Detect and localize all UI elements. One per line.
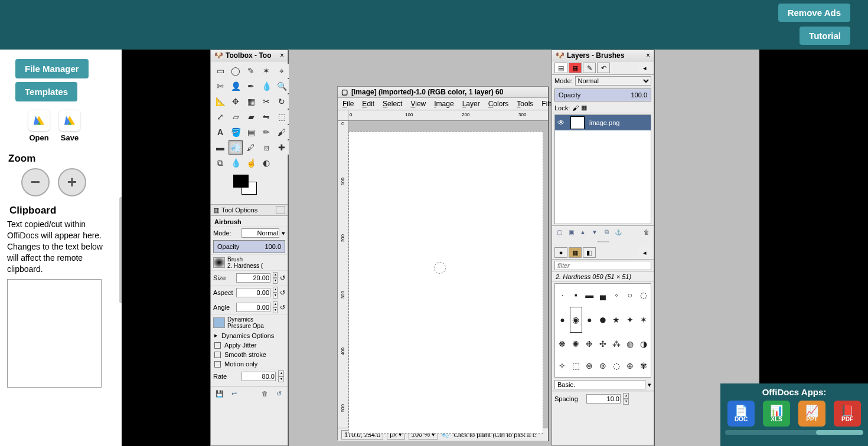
delete-layer-icon[interactable]: 🗑 bbox=[642, 228, 651, 236]
tab-menu-icon[interactable]: ◂ bbox=[638, 247, 651, 258]
brush-item[interactable]: ❋ bbox=[556, 334, 569, 355]
layer-list[interactable]: 👁 image.png bbox=[554, 114, 651, 224]
brush-item[interactable]: ✣ bbox=[597, 334, 609, 355]
menu-edit[interactable]: Edit bbox=[362, 100, 374, 108]
perspective-tool[interactable]: ▰ bbox=[244, 110, 258, 124]
eraser-tool[interactable]: ▬ bbox=[213, 140, 227, 155]
foreground-tool[interactable]: 👤 bbox=[229, 79, 243, 93]
smooth-stroke-row[interactable]: Smooth stroke bbox=[211, 350, 288, 359]
brush-item[interactable]: ⬚ bbox=[570, 356, 582, 376]
checkbox-icon[interactable] bbox=[214, 361, 221, 368]
crop-tool[interactable]: ✂ bbox=[259, 94, 273, 109]
layers-title-bar[interactable]: 🐶 Layers - Brushes × bbox=[552, 50, 654, 61]
zoom-tool[interactable]: 🔍 bbox=[275, 79, 289, 93]
layer-name[interactable]: image.png bbox=[589, 119, 619, 126]
tab-paths[interactable]: ✎ bbox=[583, 63, 596, 73]
options-menu-icon[interactable] bbox=[276, 206, 285, 214]
free-select-tool[interactable]: ✎ bbox=[244, 64, 258, 78]
reset-icon[interactable]: ↺ bbox=[280, 289, 285, 297]
reset-preset-icon[interactable]: ↺ bbox=[273, 389, 284, 398]
rate-stepper[interactable]: ▴▾ bbox=[278, 370, 284, 382]
brush-item[interactable]: ● bbox=[556, 307, 569, 333]
menu-view[interactable]: View bbox=[410, 100, 426, 108]
clone-tool[interactable]: ⧇ bbox=[259, 140, 273, 155]
apps-scrollbar[interactable] bbox=[725, 430, 863, 435]
vertical-ruler[interactable]: 0 100 200 300 400 500 bbox=[338, 121, 348, 428]
brush-item[interactable]: ○ bbox=[624, 285, 636, 306]
shear-tool[interactable]: ▱ bbox=[229, 110, 243, 124]
move-tool[interactable]: ✥ bbox=[229, 94, 243, 109]
color-swatches[interactable] bbox=[233, 175, 288, 202]
image-title-bar[interactable]: ▢ [image] (imported)-1.0 (RGB color, 1 l… bbox=[338, 87, 548, 98]
brush-item[interactable]: ❉ bbox=[583, 334, 596, 355]
scissors-tool[interactable]: ✄ bbox=[213, 79, 227, 93]
dropdown-icon[interactable]: ▾ bbox=[648, 381, 651, 389]
color-picker-tool[interactable]: 💧 bbox=[259, 79, 273, 93]
brush-item[interactable]: ▄ bbox=[597, 285, 609, 306]
reset-icon[interactable]: ↺ bbox=[280, 274, 285, 282]
brush-item[interactable]: ✾ bbox=[637, 356, 650, 376]
app-doc[interactable]: 📄DOC bbox=[727, 401, 755, 427]
brush-item[interactable]: ⁂ bbox=[610, 334, 622, 355]
app-xls[interactable]: 📊XLS bbox=[763, 401, 790, 427]
perspective-clone-tool[interactable]: ⧉ bbox=[213, 156, 227, 170]
tab-menu-icon[interactable]: ◂ bbox=[638, 63, 651, 73]
dynamics-options-expand[interactable]: ▸ Dynamics Options bbox=[211, 330, 288, 340]
ruler-origin[interactable] bbox=[338, 110, 348, 121]
reset-icon[interactable]: ↺ bbox=[280, 304, 285, 311]
brush-item[interactable]: ◍ bbox=[624, 334, 636, 355]
ink-tool[interactable]: 🖊 bbox=[244, 140, 258, 155]
zoom-out-button[interactable]: − bbox=[21, 168, 50, 196]
motion-only-row[interactable]: Motion only bbox=[211, 359, 288, 369]
blend-tool[interactable]: ▤ bbox=[244, 125, 258, 139]
brush-grid[interactable]: · ▪ ▬ ▄ ◦ ○ ◌ ● ◉ ● ● ★ ✦ ✶ ❋ bbox=[554, 283, 651, 378]
flip-tool[interactable]: ⇋ bbox=[259, 110, 273, 124]
brush-item[interactable]: ◌ bbox=[637, 285, 650, 306]
bucket-fill-tool[interactable]: 🪣 bbox=[229, 125, 243, 139]
tab-undo[interactable]: ↶ bbox=[597, 63, 610, 73]
cage-tool[interactable]: ⬚ bbox=[275, 110, 289, 124]
spacing-stepper[interactable]: ▴▾ bbox=[623, 393, 629, 405]
tab-channels[interactable]: ▦ bbox=[569, 63, 582, 73]
duplicate-layer-icon[interactable]: ⧉ bbox=[602, 228, 611, 236]
lower-layer-icon[interactable]: ▼ bbox=[590, 228, 599, 236]
save-drive[interactable]: Save bbox=[59, 110, 80, 142]
brush-item[interactable]: ✺ bbox=[570, 334, 582, 355]
layer-group-icon[interactable]: ▣ bbox=[566, 228, 576, 236]
restore-preset-icon[interactable]: ↩ bbox=[229, 389, 239, 398]
size-stepper[interactable]: ▴▾ bbox=[273, 272, 278, 284]
dodge-tool[interactable]: ◐ bbox=[259, 156, 273, 170]
canvas[interactable] bbox=[348, 132, 543, 434]
tab-brushes[interactable]: ● bbox=[554, 247, 567, 258]
lock-alpha-icon[interactable]: ▦ bbox=[581, 104, 587, 112]
paintbrush-tool[interactable]: 🖌 bbox=[275, 125, 289, 139]
tutorial-button[interactable]: Tutorial bbox=[800, 27, 850, 45]
measure-tool[interactable]: 📐 bbox=[213, 94, 227, 109]
file-manager-button[interactable]: File Manager bbox=[15, 59, 89, 78]
close-icon[interactable]: × bbox=[280, 51, 284, 60]
remove-ads-button[interactable]: Remove Ads bbox=[778, 4, 850, 22]
smudge-tool[interactable]: ☝ bbox=[244, 156, 258, 170]
blur-tool[interactable]: 💧 bbox=[229, 156, 243, 170]
paths-tool[interactable]: ✒ bbox=[244, 79, 258, 93]
color-select-tool[interactable]: ⌖ bbox=[275, 64, 289, 78]
new-layer-icon[interactable]: ▢ bbox=[554, 228, 564, 236]
align-tool[interactable]: ▦ bbox=[244, 94, 258, 109]
app-ppt[interactable]: 📈PPT bbox=[798, 401, 825, 427]
brush-item[interactable]: ▬ bbox=[583, 285, 596, 306]
brush-item[interactable]: ◑ bbox=[637, 334, 650, 355]
checkbox-icon[interactable] bbox=[214, 342, 221, 349]
tab-gradients[interactable]: ◧ bbox=[583, 247, 596, 258]
close-icon[interactable]: × bbox=[646, 51, 650, 60]
size-input[interactable] bbox=[236, 273, 270, 283]
fuzzy-select-tool[interactable]: ✶ bbox=[259, 64, 273, 78]
app-pdf[interactable]: 📕PDF bbox=[834, 401, 861, 427]
menu-layer[interactable]: Layer bbox=[462, 100, 480, 108]
apply-jitter-row[interactable]: Apply Jitter bbox=[211, 340, 288, 350]
brush-item[interactable]: ✦ bbox=[624, 307, 636, 333]
dynamics-icon[interactable] bbox=[213, 317, 225, 328]
open-drive[interactable]: Open bbox=[28, 110, 50, 142]
layer-mode-select[interactable]: Normal bbox=[575, 76, 651, 86]
brush-filter-input[interactable] bbox=[554, 261, 651, 270]
brush-item[interactable]: ★ bbox=[610, 307, 622, 333]
